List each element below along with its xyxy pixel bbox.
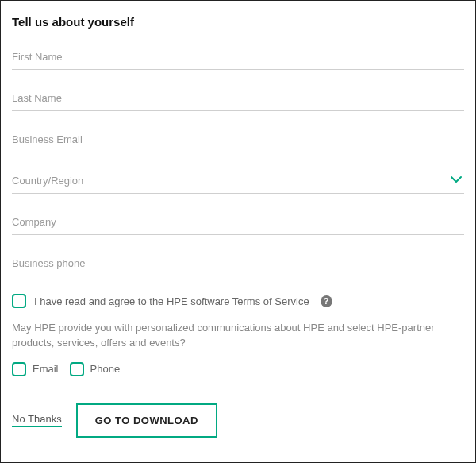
form-heading: Tell us about yourself — [12, 15, 464, 29]
email-checkbox[interactable] — [12, 362, 26, 376]
first-name-input[interactable] — [12, 46, 464, 70]
form-container: Tell us about yourself I have read and a… — [12, 15, 464, 438]
form-footer: No Thanks GO TO DOWNLOAD — [12, 403, 464, 438]
phone-checkbox[interactable] — [70, 362, 84, 376]
email-label: Email — [33, 363, 59, 375]
consent-phone-option: Phone — [70, 362, 121, 376]
terms-checkbox[interactable] — [12, 294, 26, 308]
consent-options: Email Phone — [12, 362, 464, 376]
business-phone-input[interactable] — [12, 253, 464, 276]
phone-label: Phone — [90, 363, 121, 375]
terms-row: I have read and agree to the HPE softwar… — [12, 294, 464, 308]
info-icon[interactable]: ? — [321, 295, 332, 307]
no-thanks-link[interactable]: No Thanks — [12, 413, 62, 427]
go-to-download-button[interactable]: GO TO DOWNLOAD — [76, 403, 217, 438]
company-field — [12, 211, 464, 235]
consent-email-option: Email — [12, 362, 59, 376]
first-name-field — [12, 46, 464, 70]
business-email-field — [12, 129, 464, 152]
business-email-input[interactable] — [12, 129, 464, 152]
last-name-field — [12, 87, 464, 111]
country-region-select[interactable] — [12, 170, 464, 194]
company-input[interactable] — [12, 211, 464, 235]
consent-question: May HPE provide you with personalized co… — [12, 321, 464, 351]
terms-label: I have read and agree to the HPE softwar… — [34, 295, 309, 307]
last-name-input[interactable] — [12, 87, 464, 111]
country-region-field — [12, 170, 464, 194]
business-phone-field — [12, 253, 464, 276]
